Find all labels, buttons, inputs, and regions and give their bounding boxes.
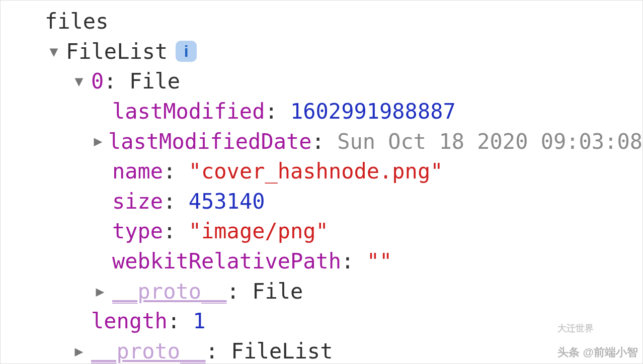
colon: :	[206, 336, 231, 364]
colon: :	[312, 127, 338, 157]
colon: :	[104, 66, 129, 97]
prop-value: "image/png"	[189, 216, 329, 246]
watermark-bottom: 头条 @前端小智	[557, 344, 638, 360]
prop-value: File	[252, 277, 303, 307]
colon: :	[341, 246, 367, 277]
prop-key: lastModified	[112, 97, 265, 127]
colon: :	[168, 306, 193, 336]
prop-row[interactable]: ▶ __proto__ : File	[1, 277, 642, 307]
type-label: FileList	[66, 37, 168, 67]
prop-row: ▶ name : "cover_hashnode.png"	[1, 156, 642, 187]
prop-key: size	[112, 187, 163, 217]
prop-row[interactable]: ▶ lastModifiedDate : Sun Oct 18 2020 09:…	[1, 127, 642, 157]
prop-value: File	[129, 66, 180, 97]
prop-value: 453140	[189, 187, 265, 217]
colon: :	[163, 216, 189, 246]
colon: :	[163, 156, 189, 187]
prop-row[interactable]: ▶ __proto__ : FileList	[1, 336, 642, 364]
prop-value: Sun Oct 18 2020 09:03:08	[337, 127, 642, 157]
prop-row: ▶ type : "image/png"	[1, 216, 642, 246]
chevron-right-icon[interactable]: ▶	[91, 131, 105, 151]
colon: :	[265, 97, 290, 127]
prop-key: 0	[91, 66, 104, 97]
chevron-down-icon[interactable]: ▼	[70, 71, 88, 92]
prop-row: ▶ webkitRelativePath : ""	[1, 246, 642, 277]
prop-key: __proto__	[112, 277, 227, 307]
chevron-down-icon[interactable]: ▼	[45, 42, 63, 62]
prop-value: 1	[193, 306, 205, 336]
colon: :	[163, 187, 189, 217]
prop-value: FileList	[231, 336, 333, 364]
prop-key: webkitRelativePath	[112, 246, 341, 277]
root-label-row: files	[1, 7, 642, 37]
filelist-row[interactable]: ▼ FileList i	[1, 37, 642, 67]
watermark: 大迁世界 头条 @前端小智	[557, 322, 638, 360]
prop-row: ▶ lastModified : 1602991988887	[1, 97, 642, 127]
prop-row: ▶ length : 1	[1, 306, 642, 336]
prop-value: "cover_hashnode.png"	[189, 156, 443, 187]
prop-key: type	[112, 216, 163, 246]
prop-key: name	[112, 156, 163, 187]
prop-value: ""	[367, 246, 392, 277]
watermark-top: 大迁世界	[557, 322, 638, 335]
prop-key: lastModifiedDate	[108, 127, 312, 157]
prop-value: 1602991988887	[290, 97, 456, 127]
prop-key: __proto__	[91, 336, 206, 364]
colon: :	[227, 277, 253, 307]
file-entry-row[interactable]: ▼ 0 : File	[1, 66, 642, 97]
chevron-right-icon[interactable]: ▶	[91, 282, 109, 302]
root-label: files	[45, 7, 108, 37]
chevron-right-icon[interactable]: ▶	[70, 341, 88, 361]
prop-row: ▶ size : 453140	[1, 187, 642, 217]
prop-key: length	[91, 306, 168, 336]
info-icon[interactable]: i	[176, 41, 197, 62]
